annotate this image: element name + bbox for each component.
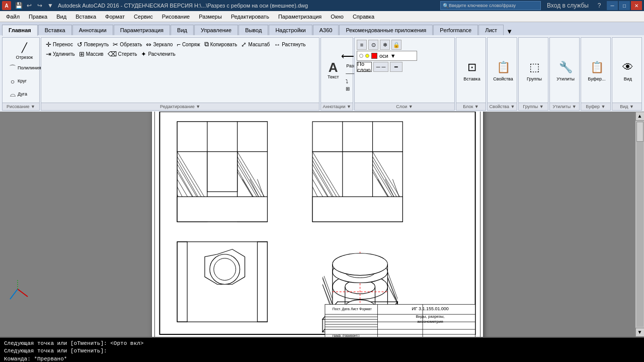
search-bar[interactable]: 🔍 Введите ключевое слово/фразу: [440, 1, 541, 10]
properties-group-label[interactable]: Свойства ▼: [488, 103, 517, 110]
ribbon-group-block: ⊡ Вставка Блок ▼: [456, 37, 486, 111]
search-icon: 🔍: [443, 3, 449, 9]
svg-rect-8: [207, 151, 237, 192]
layer-state-button[interactable]: ⊙: [368, 40, 378, 50]
menu-insert[interactable]: Вставка: [71, 13, 100, 21]
prop-color-button[interactable]: По слою: [357, 62, 372, 72]
edit-erase-button[interactable]: ⌫Стереть: [106, 50, 139, 58]
prop-lineweight-button[interactable]: ━: [390, 62, 403, 72]
close-button[interactable]: ✕: [631, 1, 642, 10]
block-group-label[interactable]: Блок ▼: [456, 103, 486, 110]
login-button[interactable]: Вход в службы: [544, 1, 592, 10]
layer-lock-button[interactable]: 🔒: [391, 40, 401, 50]
ribbon-group-clipboard: 📋 Буфер... Буфер ▼: [581, 37, 611, 111]
qa-more-button[interactable]: ▼: [46, 1, 55, 10]
line-icon: ╱: [17, 41, 31, 55]
groups-group-label[interactable]: Группы ▼: [519, 103, 548, 110]
help-button[interactable]: ?: [595, 1, 604, 10]
menu-help[interactable]: Справка: [349, 13, 378, 21]
minimize-button[interactable]: ─: [607, 1, 618, 10]
scroll-track[interactable]: [636, 122, 643, 327]
menu-edit[interactable]: Правка: [25, 13, 51, 21]
tab-insert[interactable]: Вставка: [38, 25, 72, 35]
ribbon-group-view: 👁 Вид Вид ▼: [612, 37, 642, 111]
command-line-2: Следующая точка или [оТменить]:: [4, 347, 640, 355]
ribbon-group-layers: ≡ ⊙ ❄ 🔒 оси ▼ По слою ─ ─ ━: [354, 37, 455, 111]
groups-button[interactable]: ⬚ Группы: [522, 56, 547, 83]
clipboard-button[interactable]: 📋 Буфер...: [584, 56, 609, 83]
utilities-group-label[interactable]: Утилиты ▼: [550, 103, 579, 110]
layer-freeze-button[interactable]: ❄: [380, 40, 390, 50]
tab-view[interactable]: Вид: [171, 25, 194, 35]
prop-linetype-button[interactable]: ─ ─: [373, 62, 388, 72]
ucs-indicator: [5, 277, 30, 302]
maximize-button[interactable]: □: [619, 1, 630, 10]
edit-mirror-button[interactable]: ⇔Зеркало: [144, 40, 174, 49]
menu-file[interactable]: Файл: [2, 13, 24, 21]
editing-group-label[interactable]: Редактирование ▼: [41, 103, 319, 110]
edit-copy-button[interactable]: ⧉Копировать: [203, 40, 239, 49]
text-button[interactable]: A Текст: [324, 59, 342, 81]
scroll-down-button[interactable]: ▼: [635, 328, 645, 337]
properties-button[interactable]: 📋 Свойства: [491, 56, 516, 83]
arc-icon: ⌓: [8, 89, 18, 100]
scroll-up-button[interactable]: ▲: [635, 112, 645, 121]
draw-polyline-button[interactable]: ⌒ Полилиния: [6, 62, 43, 74]
layer-manager-button[interactable]: ≡: [357, 40, 367, 50]
redo-button[interactable]: ↪: [35, 1, 44, 10]
circle-icon: ○: [8, 76, 18, 86]
edit-trim-button[interactable]: ✂Обрезать: [111, 40, 143, 49]
draw-arc-button[interactable]: ⌓ Дуга: [6, 88, 43, 101]
tab-addins[interactable]: Надстройки: [269, 25, 312, 35]
tab-output[interactable]: Вывод: [238, 25, 268, 35]
edit-fillet-button[interactable]: ⌐Сопряж: [175, 40, 201, 49]
edit-explode-button[interactable]: ✦Расчленить: [139, 50, 177, 58]
tab-recommended[interactable]: Рекомендованные приложения: [339, 25, 433, 35]
undo-button[interactable]: ↩: [25, 1, 34, 10]
tab-manage[interactable]: Управление: [194, 25, 238, 35]
quick-save-button[interactable]: 💾: [14, 1, 23, 10]
layer-dropdown-arrow: ▼: [390, 53, 396, 59]
tab-home[interactable]: Главная: [2, 25, 38, 36]
drawing-table-header: Пост. Дата Лист Формат: [333, 307, 372, 311]
edit-array-button[interactable]: ⊞Массив: [77, 50, 105, 58]
edit-rotate-button[interactable]: ↺Повернуть: [75, 40, 110, 49]
view-button[interactable]: 👁 Вид: [615, 56, 640, 83]
view-group-label[interactable]: Вид ▼: [612, 103, 641, 110]
cmd-text-2: Следующая точка или [оТменить]:: [4, 348, 107, 354]
edit-move-button[interactable]: ✛Перенос: [44, 40, 74, 49]
layers-group-label[interactable]: Слои ▼: [355, 103, 454, 110]
tab-parametric[interactable]: Параметризация: [114, 25, 170, 35]
tab-annotations[interactable]: Аннотации: [72, 25, 113, 35]
menu-parametric[interactable]: Параметризация: [274, 13, 326, 21]
menu-window[interactable]: Окно: [327, 13, 348, 21]
tab-sheet[interactable]: Лист: [478, 25, 504, 35]
drawing-number: ИГ 3.1.155.01.000: [412, 306, 449, 311]
menu-modify[interactable]: Редактировать: [227, 13, 273, 21]
menu-draw[interactable]: Рисование: [158, 13, 194, 21]
canvas-area[interactable]: ИГ 3.1.155.01.000 Виды, разрезы, аксоном…: [0, 112, 635, 337]
menu-service[interactable]: Сервис: [130, 13, 157, 21]
tab-performance[interactable]: Performance: [433, 25, 478, 35]
ribbon-options-icon[interactable]: ▼: [506, 28, 513, 35]
menu-format[interactable]: Формат: [101, 13, 129, 21]
tab-a360[interactable]: А360: [313, 25, 339, 35]
layer-dropdown[interactable]: оси ▼: [357, 51, 417, 61]
edit-stretch-button[interactable]: ↔Растянуть: [272, 40, 307, 49]
edit-scale-button[interactable]: ⤢Масштаб: [239, 40, 271, 49]
edit-extend-button[interactable]: ⇥Удлинить: [44, 50, 76, 58]
utilities-button[interactable]: 🔧 Утилиты: [553, 56, 578, 83]
draw-circle-button[interactable]: ○ Круг: [6, 75, 43, 87]
menu-dimensions[interactable]: Размеры: [195, 13, 226, 21]
annotation-group-label[interactable]: Аннотации ▼: [321, 103, 353, 110]
drawing-group-label[interactable]: Рисование ▼: [3, 103, 39, 110]
menu-view[interactable]: Вид: [52, 13, 70, 21]
clipboard-group-label[interactable]: Буфер ▼: [581, 103, 610, 110]
svg-line-106: [10, 289, 18, 299]
ribbon-group-annotation: A Текст ⟵⟶ Размер ─── ⤵ ⊞ Аннотации ▼: [320, 37, 353, 111]
window-controls: ─ □ ✕: [607, 1, 642, 10]
insert-block-button[interactable]: ⊡ Вставка: [459, 56, 485, 83]
scroll-thumb[interactable]: [636, 122, 643, 142]
draw-line-button[interactable]: ╱ Отрезок: [6, 40, 43, 61]
svg-rect-55: [312, 197, 403, 222]
